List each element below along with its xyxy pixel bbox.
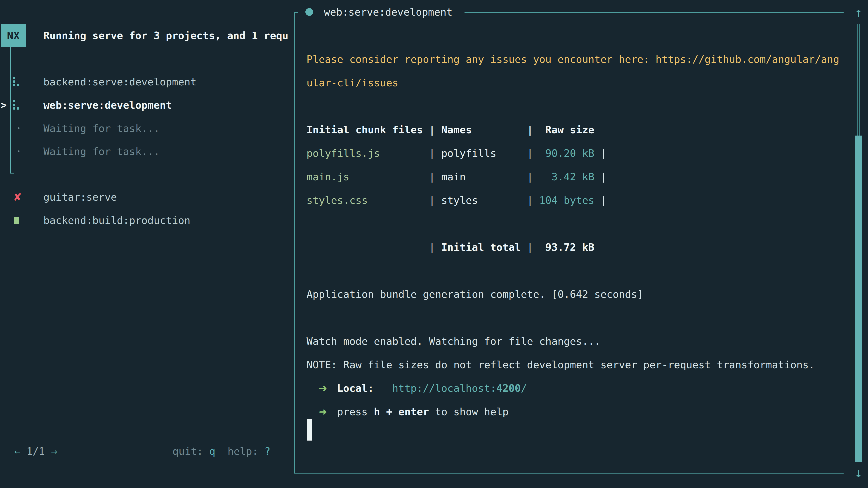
task-label: backend:build:production xyxy=(43,215,190,226)
pipe: | xyxy=(600,147,607,159)
pipe: | xyxy=(527,124,533,136)
help-label: help: xyxy=(228,445,265,457)
nx-tui-screen: NX Running serve for 3 projects, and 1 r… xyxy=(0,0,868,488)
chunk-table-row: main.js|main|3.42 kB| xyxy=(307,165,607,188)
task-row-waiting-2[interactable]: Waiting for task... xyxy=(0,140,294,163)
panel-border-top xyxy=(465,12,844,13)
panel-border-top-stub xyxy=(294,12,298,13)
header-files: Initial chunk files xyxy=(307,124,429,136)
chunk-table-row: styles.css|styles|104 bytes| xyxy=(307,188,607,212)
task-row-waiting-1[interactable]: Waiting for task... xyxy=(0,117,294,140)
task-row-backend-build[interactable]: backend:build:production xyxy=(0,208,294,232)
arrow-icon: ➜ xyxy=(319,406,327,418)
bundle-complete-line: Application bundle generation complete. … xyxy=(307,283,643,306)
help-hint-line: ➜ press h + enter to show help xyxy=(307,400,827,423)
output-panel-header: web:serve:development xyxy=(305,0,453,24)
pipe: | xyxy=(429,147,435,159)
page-left-arrow-icon[interactable]: ← xyxy=(14,445,20,457)
local-url-link[interactable]: http://localhost:4200/ xyxy=(392,382,527,394)
keyboard-hints: quit: q help: ? xyxy=(173,440,271,463)
pagination: ← 1/1 → xyxy=(14,440,57,463)
local-url-line: ➜ Local: http://localhost:4200/ xyxy=(307,377,827,400)
total-label: Initial total xyxy=(435,241,527,253)
cross-icon: ✘ xyxy=(13,191,22,203)
selection-caret-icon: > xyxy=(0,99,7,111)
hint-gap xyxy=(215,445,228,457)
chunk-table-total-row: |Initial total|93.72 kB xyxy=(307,235,600,259)
pipe: | xyxy=(527,194,533,206)
panel-border-bottom xyxy=(294,473,844,474)
scroll-down-arrow-icon[interactable]: ↓ xyxy=(850,462,866,483)
panel-border-left xyxy=(294,12,295,474)
chunk-name: styles xyxy=(435,194,527,206)
url-port: 4200 xyxy=(496,382,521,394)
nx-logo-text: NX xyxy=(7,29,20,42)
dot-icon xyxy=(18,151,20,152)
pipe: | xyxy=(527,147,533,159)
help-hint-post: to show help xyxy=(435,406,508,418)
task-row-guitar-serve[interactable]: ✘ guitar:serve xyxy=(0,185,294,209)
chunk-table-row: polyfills.js|polyfills|90.20 kB| xyxy=(307,141,607,165)
quit-label: quit: xyxy=(173,445,209,457)
chunk-name: main xyxy=(435,171,527,183)
pipe: | xyxy=(429,171,435,183)
quit-key: q xyxy=(209,445,215,457)
arrow-icon: ➜ xyxy=(319,382,327,394)
spinner-icon xyxy=(13,100,20,110)
help-hint-keys: h + enter xyxy=(374,406,429,418)
pipe: | xyxy=(600,171,607,183)
header-size: Raw size xyxy=(533,124,600,136)
task-row-backend-serve[interactable]: backend:serve:development xyxy=(0,70,294,94)
file-name: styles.css xyxy=(307,194,429,206)
task-sidebar: NX Running serve for 3 projects, and 1 r… xyxy=(0,0,294,488)
url-suffix: / xyxy=(521,382,527,394)
scrollbar-track[interactable] xyxy=(857,24,860,135)
task-label: backend:serve:development xyxy=(43,76,196,88)
file-name: polyfills.js xyxy=(307,147,429,159)
pipe: | xyxy=(600,194,607,206)
local-label: Local: xyxy=(337,382,374,394)
page-indicator: 1/1 xyxy=(26,445,45,457)
raw-size: 3.42 kB xyxy=(533,171,600,183)
square-icon xyxy=(14,217,19,224)
output-panel-title: web:serve:development xyxy=(324,6,453,18)
notice-line-1: Please consider reporting any issues you… xyxy=(307,47,839,71)
scrollbar-thumb[interactable] xyxy=(855,135,862,462)
raw-size: 90.20 kB xyxy=(533,147,600,159)
sidebar-statusbar: ← 1/1 → quit: q help: ? xyxy=(0,440,294,463)
task-row-web-serve-selected[interactable]: > web:serve:development xyxy=(0,93,294,117)
help-key: ? xyxy=(264,445,270,457)
running-status-dot-icon xyxy=(305,8,313,16)
scroll-up-arrow-icon[interactable]: ↑ xyxy=(850,2,866,23)
spinner-icon xyxy=(13,76,20,87)
pipe: | xyxy=(429,124,435,136)
task-label: Waiting for task... xyxy=(43,145,160,158)
total-size: 93.72 kB xyxy=(533,241,600,253)
pipe: | xyxy=(527,241,533,253)
chunk-table-header: Initial chunk files|Names|Raw size xyxy=(307,118,600,141)
file-name: main.js xyxy=(307,171,429,183)
tree-line-elbow xyxy=(10,173,14,173)
help-hint-pre: press xyxy=(337,406,374,418)
watch-mode-line: Watch mode enabled. Watching for file ch… xyxy=(307,329,600,353)
pipe: | xyxy=(527,171,533,183)
pipe: | xyxy=(429,194,435,206)
dot-icon xyxy=(18,127,20,129)
sidebar-title: Running serve for 3 projects, and 1 requ xyxy=(43,24,292,47)
header-names: Names xyxy=(435,124,527,136)
task-label: Waiting for task... xyxy=(43,123,160,134)
nx-logo: NX xyxy=(1,24,26,47)
page-right-arrow-icon[interactable]: → xyxy=(51,445,57,457)
note-line: NOTE: Raw file sizes do not reflect deve… xyxy=(307,353,815,377)
notice-line-2: ular-cli/issues xyxy=(307,71,398,94)
task-label: guitar:serve xyxy=(43,191,117,203)
raw-size: 104 bytes xyxy=(533,194,600,206)
chunk-name: polyfills xyxy=(435,147,527,159)
terminal-cursor xyxy=(307,419,312,441)
task-label: web:serve:development xyxy=(43,99,172,111)
pipe: | xyxy=(429,241,435,253)
url-prefix: http://localhost: xyxy=(392,382,496,394)
